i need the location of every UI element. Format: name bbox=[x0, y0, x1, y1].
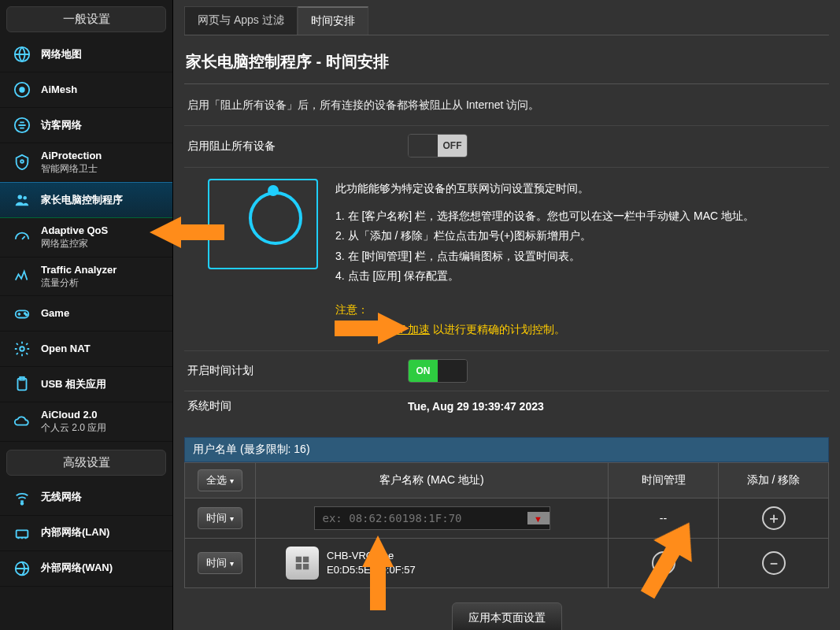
col-add-remove: 添加 / 移除 bbox=[719, 463, 829, 498]
gamepad-icon bbox=[11, 302, 33, 324]
help-step: 4. 点击 [应用] 保存配置。 bbox=[335, 266, 754, 286]
sidebar-item-open-nat[interactable]: Open NAT bbox=[0, 332, 172, 367]
device-mac: E0:D5:5E:8D:0F:57 bbox=[327, 563, 416, 577]
svg-point-2 bbox=[20, 87, 24, 92]
help-step: 1. 在 [客户名称] 栏，选择您想管理的设备。您也可以在这一栏中手动键入 MA… bbox=[335, 206, 754, 226]
wifi-icon bbox=[11, 487, 33, 509]
sidebar-item-parental-controls[interactable]: 家长电脑控制程序 bbox=[0, 182, 172, 218]
svg-rect-17 bbox=[303, 557, 309, 562]
chart-wave-icon bbox=[11, 265, 33, 287]
sidebar-item-network-map[interactable]: 网络地图 bbox=[0, 37, 172, 72]
sidebar-item-label: 内部网络(LAN) bbox=[41, 526, 109, 539]
help-step: 3. 在 [时间管理] 栏，点击编辑图标，设置时间表。 bbox=[335, 246, 754, 266]
enable-schedule-label: 开启时间计划 bbox=[187, 364, 408, 378]
select-all-button[interactable]: 全选▾ bbox=[198, 469, 242, 491]
wan-globe-icon bbox=[11, 558, 33, 580]
col-time-management: 时间管理 bbox=[609, 463, 719, 498]
svg-point-4 bbox=[20, 160, 24, 163]
tabs: 网页与 Apps 过滤 时间安排 bbox=[184, 6, 829, 35]
gauge-icon bbox=[11, 227, 33, 249]
svg-rect-18 bbox=[296, 564, 302, 569]
remove-client-button[interactable]: － bbox=[762, 551, 786, 575]
nat-acceleration-link[interactable]: NAT 加速 bbox=[383, 323, 430, 335]
tab-web-apps-filter[interactable]: 网页与 Apps 过滤 bbox=[184, 6, 298, 35]
add-client-button[interactable]: ＋ bbox=[762, 506, 786, 530]
device-name: CHB-VRGame bbox=[327, 549, 416, 563]
table-row: 时间▾ ▼ -- ＋ bbox=[185, 498, 829, 539]
system-time-value: Tue, Aug 29 19:39:47 2023 bbox=[408, 400, 826, 413]
mac-address-input[interactable] bbox=[315, 507, 527, 529]
mac-dropdown-button[interactable]: ▼ bbox=[527, 512, 550, 524]
sidebar-item-game[interactable]: Game bbox=[0, 296, 172, 332]
sidebar-item-wan[interactable]: 外部网络(WAN) bbox=[0, 551, 172, 587]
help-intro: 此功能能够为特定设备的互联网访问设置预定时间。 bbox=[335, 179, 754, 198]
sidebar-item-label: Traffic Analyzer流量分析 bbox=[41, 264, 117, 289]
client-table: 全选▾ 客户名称 (MAC 地址) 时间管理 添加 / 移除 时间▾ ▼ bbox=[184, 462, 829, 588]
system-time-label: 系统时间 bbox=[187, 399, 408, 413]
sidebar-item-label: Open NAT bbox=[41, 343, 91, 356]
help-step: 2. 从「添加 / 移除」栏位点击加号(+)图标新增用户。 bbox=[335, 226, 754, 246]
sidebar-item-label: AiProtection智能网络卫士 bbox=[41, 150, 102, 175]
globe-icon bbox=[11, 43, 33, 65]
time-cell-empty: -- bbox=[609, 498, 719, 539]
svg-point-9 bbox=[26, 314, 28, 316]
shield-icon bbox=[11, 151, 33, 173]
sidebar-section-general: 一般设置 bbox=[6, 6, 166, 32]
time-dropdown-button[interactable]: 时间▾ bbox=[198, 507, 242, 529]
sidebar-item-label: USB 相关应用 bbox=[41, 378, 106, 391]
main-content: 网页与 Apps 过滤 时间安排 家长电脑控制程序 - 时间安排 启用「阻止所有… bbox=[173, 0, 840, 630]
time-dropdown-button[interactable]: 时间▾ bbox=[198, 552, 242, 574]
schedule-illustration-icon bbox=[208, 179, 318, 269]
wifi-globe-icon bbox=[11, 114, 33, 136]
attention-block: 注意： 1. 请禁用 NAT 加速 以进行更精确的计划控制。 bbox=[335, 300, 754, 339]
block-all-devices-label: 启用阻止所有设备 bbox=[187, 139, 408, 154]
tab-time-scheduling[interactable]: 时间安排 bbox=[298, 6, 368, 35]
sidebar-item-label: AiMesh bbox=[41, 83, 77, 97]
sidebar-item-wireless[interactable]: 无线网络 bbox=[0, 480, 172, 516]
table-row: 时间▾ CHB-VRGame E0:D5:5E:8D:0F:57 bbox=[185, 539, 829, 588]
sidebar-item-traffic-analyzer[interactable]: Traffic Analyzer流量分析 bbox=[0, 258, 172, 296]
page-title: 家长电脑控制程序 - 时间安排 bbox=[184, 45, 829, 84]
sidebar-item-aimesh[interactable]: AiMesh bbox=[0, 72, 172, 108]
svg-point-5 bbox=[18, 195, 23, 200]
svg-rect-19 bbox=[303, 564, 309, 569]
sidebar-item-label: 网络地图 bbox=[41, 48, 82, 61]
block-all-devices-toggle[interactable]: OFF bbox=[408, 134, 468, 158]
mac-address-input-wrap: ▼ bbox=[314, 506, 550, 530]
edit-schedule-button[interactable] bbox=[652, 551, 675, 575]
svg-point-13 bbox=[21, 502, 24, 505]
device-info: CHB-VRGame E0:D5:5E:8D:0F:57 bbox=[327, 549, 416, 577]
description-text: 启用「阻止所有设备」后，所有连接的设备都将被阻止从 Internet 访问。 bbox=[184, 91, 829, 125]
sidebar-item-label: 外部网络(WAN) bbox=[41, 561, 113, 575]
sidebar-item-label: Game bbox=[41, 307, 69, 321]
svg-point-10 bbox=[20, 347, 24, 352]
sidebar-item-label: Adaptive QoS网络监控家 bbox=[41, 224, 108, 250]
apply-page-settings-button[interactable]: 应用本页面设置 bbox=[452, 602, 562, 630]
sidebar-item-aicloud[interactable]: AiCloud 2.0个人云 2.0 应用 bbox=[0, 402, 172, 441]
svg-rect-14 bbox=[17, 530, 28, 537]
sidebar-item-label: 家长电脑控制程序 bbox=[41, 194, 123, 207]
sidebar-item-lan[interactable]: 内部网络(LAN) bbox=[0, 516, 172, 551]
help-block: 此功能能够为特定设备的互联网访问设置预定时间。 1. 在 [客户名称] 栏，选择… bbox=[184, 167, 829, 350]
enable-schedule-toggle[interactable]: ON bbox=[408, 359, 468, 383]
mesh-icon bbox=[11, 79, 33, 101]
sidebar-item-guest-network[interactable]: 访客网络 bbox=[0, 108, 172, 143]
cloud-icon bbox=[11, 411, 33, 433]
client-list-header: 用户名单 (最多限制: 16) bbox=[184, 437, 829, 462]
sidebar-item-label: AiCloud 2.0个人云 2.0 应用 bbox=[41, 409, 106, 434]
users-icon bbox=[11, 189, 33, 211]
sidebar-item-aiprotection[interactable]: AiProtection智能网络卫士 bbox=[0, 143, 172, 182]
sidebar-section-advanced: 高级设置 bbox=[6, 450, 166, 476]
sidebar-item-label: 无线网络 bbox=[41, 491, 82, 504]
svg-point-6 bbox=[23, 196, 27, 200]
windows-device-icon[interactable] bbox=[286, 547, 319, 580]
sidebar-item-label: 访客网络 bbox=[41, 119, 82, 132]
gear-icon bbox=[11, 338, 33, 360]
svg-rect-16 bbox=[296, 557, 302, 562]
sidebar-item-adaptive-qos[interactable]: Adaptive QoS网络监控家 bbox=[0, 218, 172, 257]
sidebar-item-usb-app[interactable]: USB 相关应用 bbox=[0, 367, 172, 402]
col-client-name: 客户名称 (MAC 地址) bbox=[256, 463, 609, 498]
lan-icon bbox=[11, 522, 33, 544]
sidebar: 一般设置 网络地图 AiMesh 访客网络 AiProtection智能网络卫士… bbox=[0, 0, 173, 630]
usb-icon bbox=[11, 373, 33, 395]
